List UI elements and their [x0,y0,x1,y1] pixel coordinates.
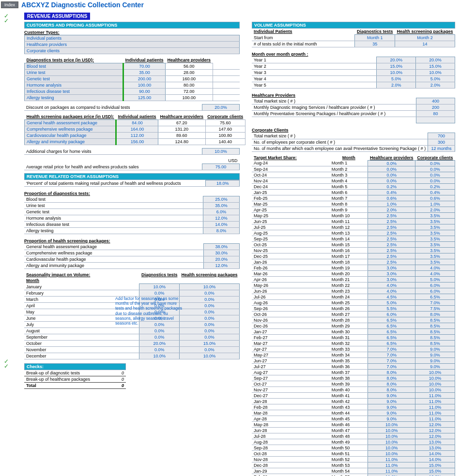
pct-retail-input[interactable]: 18.0% [206,180,240,187]
discount-input[interactable]: 20.0% [202,104,240,111]
tms-row: Sep-25Month 142.5%3.5% [252,236,455,242]
year-row: Year 215.0%15.0% [252,63,455,70]
tms-row: Jun-28Month 4710.0%12.0% [252,428,455,433]
hp-empty-input[interactable] [416,117,455,123]
hp-header: Healthcare Providers [252,93,455,98]
tms-row: Jan-28Month 429.0%11.0% [252,399,455,404]
prop-diag-row: Urine test35.0% [24,203,240,209]
season-row: January10.0%10.0% [24,284,240,290]
sold-pkg[interactable]: 14 [395,41,455,47]
customer-types-table: Individual patientsHealthcare providersC… [24,35,240,54]
other-assumptions-header: REVENUE RELATED OTHER ASSUMPTIONS [24,173,240,180]
year-row: Year 52.0%2.0% [252,82,455,89]
tms-row: Nov-26Month 286.5%8.5% [252,317,455,323]
prop-pkg-header: Proportion of health screening packages: [24,238,240,243]
tms-row: Dec-27Month 419.0%11.0% [252,393,455,399]
prop-diag-row: Allergy testing8.0% [24,228,240,234]
customer-type: Individual patients [25,35,240,42]
tms-row: Nov-28Month 5211.0%14.0% [252,457,455,462]
tms-row: Jul-26Month 244.5%6.5% [252,294,455,300]
season-row: August0.0%0.0% [24,328,240,334]
hp-row: Total market size ( # )400 [252,98,455,104]
season-row: February0.0%0.0% [24,290,240,297]
cc-row: Total market size ( # )700 [252,133,455,139]
hp-table: Total market size ( # )400Monthly Diagno… [252,98,455,123]
index-button[interactable]: Index [1,1,18,8]
prop-diag-row: Hormone analysis12.0% [24,215,240,222]
tms-row: Jun-27Month 357.0%9.0% [252,358,455,364]
tms-row: Nov-27Month 408.0%10.0% [252,387,455,393]
diag-row: Genetic test200.00160.00 [25,76,240,82]
customer-type: Healthcare providers [25,42,240,48]
prop-diag-table: Blood test25.0%Urine test35.0%Genetic te… [24,196,240,234]
tms-row: May-26Month 224.0%6.0% [252,283,455,288]
diag-row: Infectious disease test90.0072.00 [25,89,240,95]
tms-row: Feb-26Month 193.0%4.0% [252,265,455,271]
diag-row: Blood test70.0056.00 [25,63,240,70]
tms-row: Sep-26Month 265.5%7.5% [252,306,455,312]
tms-row: Oct-25Month 152.5%3.5% [252,242,455,248]
prop-diag-header: Proportion of diagnostics tests: [24,191,240,196]
cc-table: Total market size ( # )700No. of employe… [252,133,455,152]
check-total: Total0 [24,383,126,389]
home-visit-input[interactable]: 10.0% [202,149,240,155]
tms-row: Nov-25Month 162.5%3.5% [252,248,455,253]
tms-row: Mar-28Month 449.0%11.0% [252,410,455,416]
start-pkg[interactable]: Month 2 [395,35,455,41]
hp-row: Monthly Diagnostic Imaging Services / he… [252,104,455,111]
tms-row: Jan-29Month 5411.0%15.0% [252,468,455,474]
prop-pkg-row: General health assessment package38.0% [24,244,240,250]
tms-row: Apr-25Month 92.0%2.0% [252,207,455,213]
tms-row: Jul-27Month 367.0%9.0% [252,364,455,370]
season-row: September0.0%0.0% [24,334,240,341]
individual-patients-table: Individual Patients Diagnostics tests He… [252,29,455,47]
check-row: Break-up of healthcare packages0 [24,376,126,383]
tms-row: Feb-27Month 316.5%8.5% [252,335,455,341]
cc-header: Corporate Clients [252,128,455,133]
tms-row: Oct-28Month 5110.0%14.0% [252,451,455,457]
left-block-header: CUSTOMERS AND PRICING ASSUMPTIONS [24,22,240,29]
tms-row: Mar-26Month 203.0%4.0% [252,271,455,277]
tms-row: Jun-25Month 112.5%3.5% [252,219,455,224]
pkg-row: Cardiovascular health package112.0089.60… [25,133,245,139]
prop-pkg-row: Comprehensive wellness package30.0% [24,250,240,256]
volume-header: VOLUME ASSUMPTIONS [252,22,455,29]
seasonality-note: Add factor for seasonality as some month… [115,296,183,326]
tms-row: Aug-27Month 378.0%10.0% [252,370,455,375]
tms-row: Dec-26Month 296.5%8.5% [252,323,455,329]
tms-row: Aug-26Month 255.0%7.0% [252,300,455,306]
home-visit-row: Additional charges for home visits 10.0% [24,149,240,155]
tms-row: Sep-28Month 5010.0%13.0% [252,445,455,451]
tms-row: Apr-28Month 459.0%11.0% [252,416,455,422]
check-icon: ✓✓ [4,14,9,23]
diag-price-table: Diagnostics tests price (in USD): Indivi… [24,57,240,101]
prop-pkg-row: Allergy and immunity package12.0% [24,263,240,269]
retail-price-input[interactable]: 75.00 [202,164,240,170]
check-row: Break-up of diagnostic tests0 [24,370,126,376]
diag-row: Urine test35.0028.00 [25,70,240,76]
sold-diag[interactable]: 35 [355,41,395,47]
pkg-row: Comprehensive wellness package164.00131.… [25,126,245,133]
season-row: November0.0%0.0% [24,347,240,353]
tms-row: Feb-25Month 70.6%0.6% [252,195,455,201]
cc-row: No. of months after which each employee … [252,146,455,152]
tms-row: Sep-24Month 20.0%0.0% [252,166,455,172]
customer-types-header: Customer Types: [24,30,240,35]
start-diag[interactable]: Month 1 [355,35,395,41]
tms-row: Oct-26Month 276.0%8.0% [252,312,455,317]
tms-row: Feb-29Month 5511.0%16.0% [252,474,455,476]
tms-row: Jul-25Month 122.5%3.5% [252,224,455,230]
mom-header: Month over month growth : [252,52,455,57]
year-row: Year 310.0%10.0% [252,70,455,76]
hp-row: Monthly Preventative Screening Packages … [252,111,455,117]
tms-row: Nov-24Month 40.0%0.0% [252,178,455,184]
pkg-price-table: Health screening packages price (in USD)… [24,114,245,145]
tms-row: May-28Month 4610.0%12.0% [252,422,455,428]
discount-row: Discount on packages as compared to indi… [24,104,240,111]
prop-pkg-row: Cardiovascular health package20.0% [24,256,240,263]
diag-row: Allergy testing125.00100.00 [25,95,240,101]
prop-diag-row: Genetic test6.0% [24,209,240,215]
tms-row: Oct-27Month 398.0%10.0% [252,381,455,387]
tms-table: Target Market Share: Month Healthcare pr… [252,155,455,476]
prop-pkg-table: General health assessment package38.0%Co… [24,243,240,269]
